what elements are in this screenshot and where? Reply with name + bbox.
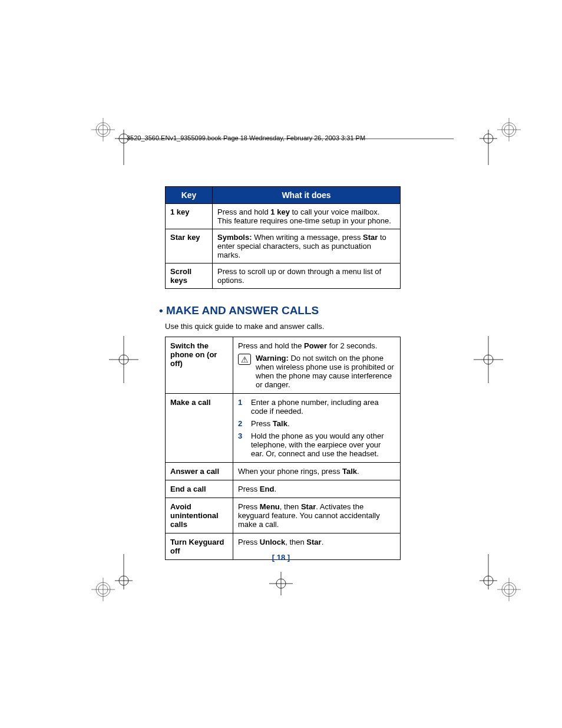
registration-mark-icon bbox=[91, 336, 138, 383]
key-name-cell: 1 key bbox=[166, 204, 213, 229]
action-desc: When your phone rings, press Talk. bbox=[233, 463, 401, 480]
table-row: Make a call Enter a phone number, includ… bbox=[166, 394, 401, 463]
key-name-cell: Star key bbox=[166, 229, 213, 263]
key-desc-cell: Press to scroll up or down through a men… bbox=[213, 263, 401, 289]
bullet-icon: • bbox=[159, 304, 163, 317]
key-functions-table: Key What it does 1 key Press and hold 1 … bbox=[165, 186, 401, 289]
registration-mark-icon bbox=[474, 336, 521, 383]
list-item: Enter a phone number, including area cod… bbox=[238, 398, 395, 416]
action-label: End a call bbox=[166, 480, 233, 498]
table-header-key: Key bbox=[166, 187, 213, 204]
table-row: 1 key Press and hold 1 key to call your … bbox=[166, 204, 401, 229]
table-row: Avoid unintentional calls Press Menu, th… bbox=[166, 498, 401, 533]
section-title: MAKE AND ANSWER CALLS bbox=[166, 304, 319, 317]
page-number: [ 18 ] bbox=[0, 553, 562, 562]
page-header-text: 3520_3560.ENv1_9355099.book Page 18 Wedn… bbox=[127, 134, 365, 141]
key-desc-cell: Symbols: When writing a message, press S… bbox=[213, 229, 401, 263]
table-row: Scroll keys Press to scroll up or down t… bbox=[166, 263, 401, 289]
table-row: Answer a call When your phone rings, pre… bbox=[166, 463, 401, 480]
action-desc: Press and hold the Power for 2 seconds. … bbox=[233, 337, 401, 394]
calls-table: Switch the phone on (or off) Press and h… bbox=[165, 337, 401, 560]
warning-icon: ⚠ bbox=[238, 354, 251, 365]
key-desc-cell: Press and hold 1 key to call your voice … bbox=[213, 204, 401, 229]
section-heading: • MAKE AND ANSWER CALLS bbox=[159, 304, 401, 317]
table-row: Switch the phone on (or off) Press and h… bbox=[166, 337, 401, 394]
registration-mark-icon bbox=[474, 118, 521, 165]
list-item: Hold the phone as you would any other te… bbox=[238, 431, 395, 458]
table-header-what: What it does bbox=[213, 187, 401, 204]
action-desc: Press Menu, then Star. Activates the key… bbox=[233, 498, 401, 533]
table-row: Star key Symbols: When writing a message… bbox=[166, 229, 401, 263]
action-label: Avoid unintentional calls bbox=[166, 498, 233, 533]
action-desc: Press End. bbox=[233, 480, 401, 498]
registration-mark-icon bbox=[91, 118, 138, 165]
list-item: Press Talk. bbox=[238, 419, 395, 428]
action-label: Switch the phone on (or off) bbox=[166, 337, 233, 394]
action-label: Answer a call bbox=[166, 463, 233, 480]
key-name-cell: Scroll keys bbox=[166, 263, 213, 289]
action-label: Make a call bbox=[166, 394, 233, 463]
registration-mark-icon bbox=[269, 572, 293, 598]
action-desc: Enter a phone number, including area cod… bbox=[233, 394, 401, 463]
table-row: End a call Press End. bbox=[166, 480, 401, 498]
section-intro: Use this quick guide to make and answer … bbox=[165, 322, 401, 331]
